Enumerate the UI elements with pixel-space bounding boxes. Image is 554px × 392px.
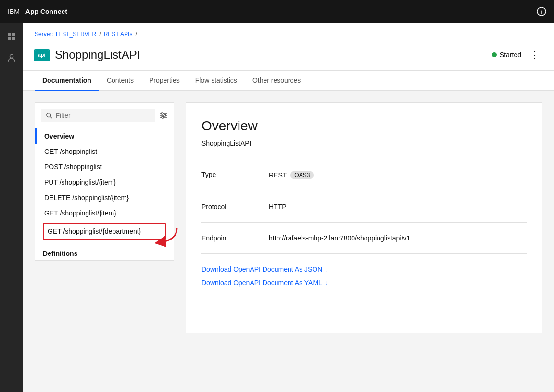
brand: IBM App Connect xyxy=(8,8,67,15)
nav-item-get-shoppinglist-department[interactable]: GET /shoppinglist/{department} xyxy=(43,223,166,240)
type-rest: REST xyxy=(269,171,287,179)
page-title: ShoppingListAPI xyxy=(55,48,140,62)
divider-4 xyxy=(201,253,527,254)
tabs-bar: Documentation Contents Properties Flow s… xyxy=(23,71,554,91)
endpoint-row: Endpoint http://rafaels-mbp-2.lan:7800/s… xyxy=(201,234,527,242)
status-indicator: Started xyxy=(492,51,521,59)
download-json-icon: ↓ xyxy=(325,266,328,273)
breadcrumb-sep2: / xyxy=(135,31,137,38)
svg-rect-5 xyxy=(12,37,15,40)
left-sidebar xyxy=(0,23,23,392)
tab-other-resources[interactable]: Other resources xyxy=(245,71,308,91)
sidebar-icon-grid[interactable] xyxy=(4,29,19,44)
nav-item-get-shoppinglist[interactable]: GET /shoppinglist xyxy=(35,144,174,159)
download-yaml-label: Download OpenAPI Document As YAML xyxy=(201,279,322,287)
divider-3 xyxy=(201,222,527,223)
overview-title: Overview xyxy=(201,118,527,134)
download-yaml-icon: ↓ xyxy=(325,279,328,287)
filter-input-wrap xyxy=(41,109,155,122)
sidebar-icon-user[interactable] xyxy=(4,50,19,65)
type-value: REST OAS3 xyxy=(269,171,314,179)
breadcrumb-server[interactable]: Server: TEST_SERVER xyxy=(35,31,96,38)
divider-2 xyxy=(201,191,527,191)
svg-point-11 xyxy=(161,113,163,114)
tab-documentation[interactable]: Documentation xyxy=(35,71,99,91)
nav-definitions-header: Definitions xyxy=(35,244,174,260)
endpoint-label: Endpoint xyxy=(201,234,269,242)
api-badge: api xyxy=(35,50,49,60)
download-json-link[interactable]: Download OpenAPI Document As JSON ↓ xyxy=(201,266,527,273)
nav-item-put-shoppinglist-item[interactable]: PUT /shoppinglist/{item} xyxy=(35,175,174,190)
protocol-label: Protocol xyxy=(201,203,269,211)
tab-flow-statistics[interactable]: Flow statistics xyxy=(188,71,245,91)
main-content: Server: TEST_SERVER / REST APIs / api Sh… xyxy=(23,23,554,392)
filter-options-button[interactable] xyxy=(159,111,168,120)
oas3-badge: OAS3 xyxy=(290,171,314,179)
content-area: Overview GET /shoppinglist POST /shoppin… xyxy=(23,91,554,345)
info-icon[interactable]: i xyxy=(537,7,546,16)
page-header-right: Started ⋮ xyxy=(492,47,542,70)
svg-point-6 xyxy=(10,55,13,58)
endpoint-value: http://rafaels-mbp-2.lan:7800/shoppingli… xyxy=(269,234,410,242)
tab-properties[interactable]: Properties xyxy=(141,71,188,91)
left-panel: Overview GET /shoppinglist POST /shoppin… xyxy=(35,102,174,261)
svg-rect-2 xyxy=(8,33,11,36)
overview-api-name: ShoppingListAPI xyxy=(201,139,527,147)
nav-list: Overview GET /shoppinglist POST /shoppin… xyxy=(35,128,174,260)
divider-1 xyxy=(201,159,527,159)
download-yaml-link[interactable]: Download OpenAPI Document As YAML ↓ xyxy=(201,279,527,287)
nav-item-overview[interactable]: Overview xyxy=(35,128,174,144)
topbar: IBM App Connect i xyxy=(0,0,554,23)
more-menu-button[interactable]: ⋮ xyxy=(527,47,542,63)
filter-bar xyxy=(35,103,174,128)
protocol-row: Protocol HTTP xyxy=(201,203,527,211)
nav-item-highlighted-container: GET /shoppinglist/{department} xyxy=(35,221,174,244)
search-icon xyxy=(46,112,53,119)
status-dot xyxy=(492,52,497,57)
right-panel: Overview ShoppingListAPI Type REST OAS3 … xyxy=(186,102,542,333)
type-row: Type REST OAS3 xyxy=(201,171,527,179)
type-label: Type xyxy=(201,171,269,178)
svg-point-12 xyxy=(164,114,166,116)
svg-rect-3 xyxy=(12,33,15,36)
nav-item-delete-shoppinglist-item[interactable]: DELETE /shoppinglist/{item} xyxy=(35,190,174,205)
brand-ibm: IBM xyxy=(8,8,20,15)
breadcrumb-sep1: / xyxy=(99,31,101,38)
download-links: Download OpenAPI Document As JSON ↓ Down… xyxy=(201,266,527,287)
svg-text:i: i xyxy=(541,9,542,15)
svg-rect-4 xyxy=(8,37,11,40)
tab-contents[interactable]: Contents xyxy=(99,71,141,91)
brand-appconnect: App Connect xyxy=(25,8,67,15)
protocol-value: HTTP xyxy=(269,203,287,211)
nav-item-post-shoppinglist[interactable]: POST /shoppinglist xyxy=(35,159,174,175)
page-header-left: api ShoppingListAPI xyxy=(35,48,140,69)
download-json-label: Download OpenAPI Document As JSON xyxy=(201,266,322,273)
nav-item-get-shoppinglist-item[interactable]: GET /shoppinglist/{item} xyxy=(35,205,174,221)
breadcrumb-rest-apis[interactable]: REST APIs xyxy=(104,31,133,38)
svg-point-13 xyxy=(162,116,164,118)
page-header: api ShoppingListAPI Started ⋮ xyxy=(23,41,554,71)
status-label: Started xyxy=(500,51,521,59)
filter-input[interactable] xyxy=(56,112,151,119)
breadcrumb: Server: TEST_SERVER / REST APIs / xyxy=(23,23,554,41)
